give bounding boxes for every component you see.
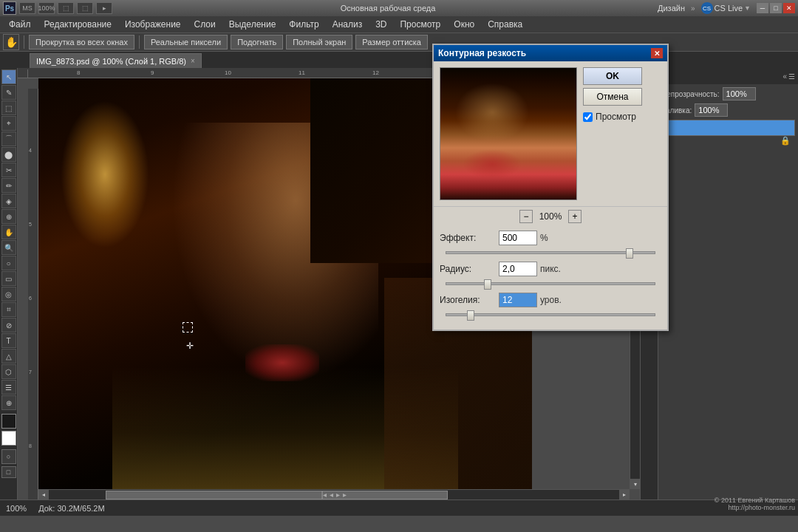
tool-crop[interactable]: ✂ (1, 163, 16, 177)
tool-gradient[interactable]: ▭ (1, 271, 16, 286)
effect-slider[interactable] (446, 251, 655, 254)
menu-view[interactable]: Просмотр (394, 18, 446, 31)
scroll-left-btn[interactable]: ◂ (38, 490, 49, 500)
preview-face-highlight (455, 83, 529, 142)
tool-stamp[interactable]: ✋ (1, 225, 16, 239)
tool-marquee[interactable]: ⬚ (1, 100, 16, 115)
tool-icon-2[interactable]: 100% (38, 2, 55, 14)
menu-window[interactable]: Окно (448, 18, 480, 31)
design-workspace[interactable]: Дизайн (658, 4, 685, 13)
tool-icon-4[interactable]: ⬚ (77, 2, 93, 14)
cs-live-label[interactable]: CS Live (715, 4, 743, 13)
tool-lasso[interactable]: ⌒ (1, 132, 16, 146)
tool-patch[interactable]: ◈ (1, 194, 16, 208)
panel-collapse-btn[interactable]: « (782, 72, 787, 81)
file-tab[interactable]: IMG_8873.psd @ 100% (Слой 1, RGB/8) × (30, 53, 202, 68)
close-button[interactable]: ✕ (783, 3, 795, 13)
tool-icon-1[interactable]: MS (19, 2, 35, 14)
radius-slider-thumb[interactable] (484, 279, 491, 290)
prev-frame-btn[interactable]: ◂ (330, 491, 333, 499)
tool-magic[interactable]: ⬤ (1, 147, 16, 162)
next-frame-btn[interactable]: ▸ (343, 491, 347, 499)
foreground-color[interactable] (1, 414, 16, 429)
menu-edit[interactable]: Редактирование (38, 18, 117, 31)
menu-3d[interactable]: 3D (369, 18, 392, 31)
scroll-down-btn[interactable]: ▾ (630, 479, 640, 489)
menu-filter[interactable]: Фильтр (283, 18, 324, 31)
dialog-close-btn[interactable]: ✕ (651, 48, 663, 58)
background-color[interactable] (1, 431, 16, 446)
threshold-label: Изогелия: (440, 295, 499, 305)
threshold-slider[interactable] (446, 313, 655, 316)
tool-text[interactable]: T (1, 333, 16, 348)
radius-label: Радиус: (440, 264, 499, 274)
radius-input[interactable] (499, 262, 537, 276)
tool-draw[interactable]: ✎ (1, 85, 16, 100)
tab-bar: IMG_8873.psd @ 100% (Слой 1, RGB/8) × (0, 52, 798, 68)
fit-btn[interactable]: Подогнать (231, 35, 283, 50)
threshold-slider-thumb[interactable] (467, 310, 474, 321)
menu-file[interactable]: Файл (3, 18, 37, 31)
effect-slider-thumb[interactable] (626, 248, 633, 259)
print-size-btn[interactable]: Размер оттиска (355, 35, 428, 50)
fullscreen-btn[interactable]: Полный экран (286, 35, 352, 50)
menu-analysis[interactable]: Анализ (327, 18, 369, 31)
threshold-input[interactable] (499, 293, 537, 307)
dialog-title-bar[interactable]: Контурная резкость ✕ (434, 45, 667, 61)
screen-mode[interactable]: □ (1, 466, 16, 478)
menu-help[interactable]: Справка (482, 18, 528, 31)
tool-move[interactable]: ⌖ (1, 116, 16, 131)
scroll-right-btn[interactable]: ▸ (619, 490, 630, 500)
dialog-preview-area[interactable] (440, 67, 577, 200)
expand-icon[interactable]: » (691, 4, 695, 13)
cancel-button[interactable]: Отмена (583, 88, 642, 106)
maximize-button[interactable]: □ (770, 3, 782, 13)
ok-button[interactable]: OK (583, 67, 642, 85)
tool-eyedrop[interactable]: ✏ (1, 178, 16, 193)
tool-shape[interactable]: ⬡ (1, 364, 16, 379)
tool-arrow[interactable]: ↖ (1, 69, 16, 84)
layer-lock-row: 🔒 (661, 136, 795, 151)
preview-checkbox[interactable] (583, 112, 593, 122)
play-btn[interactable]: ▸ (336, 491, 340, 499)
preview-image (440, 68, 577, 200)
tool-zoom2[interactable]: ⊕ (1, 395, 16, 410)
tool-hand[interactable]: ☰ (1, 380, 16, 395)
tool-eraser[interactable]: ○ (1, 256, 16, 270)
quick-mask[interactable]: ○ (1, 449, 16, 464)
menu-layers[interactable]: Слои (188, 18, 222, 31)
cs-live-icon: CS (701, 2, 713, 14)
tool-zoom[interactable]: 🔍 (1, 240, 16, 255)
h-scrollbar[interactable]: ◂ ▸ |◂ ◂ ▸ ▸ (38, 489, 630, 499)
tool-blur[interactable]: ◎ (1, 287, 16, 301)
tool-path[interactable]: △ (1, 349, 16, 364)
radius-slider[interactable] (446, 282, 655, 285)
zoom-plus-btn[interactable]: + (568, 210, 582, 223)
menu-select[interactable]: Выделение (223, 18, 282, 31)
lock-icon: 🔒 (780, 136, 791, 146)
dialog-zoom-row: − 100% + (434, 206, 667, 226)
zoom-minus-btn[interactable]: − (519, 210, 533, 223)
scroll-all-windows-btn[interactable]: Прокрутка во всех окнах (29, 35, 134, 50)
fill-input[interactable] (695, 103, 728, 117)
play-begin-btn[interactable]: |◂ (321, 491, 327, 499)
tool-brush[interactable]: ⊕ (1, 209, 16, 224)
minimize-button[interactable]: ─ (757, 3, 768, 13)
actual-pixels-btn[interactable]: Реальные пиксели (144, 35, 228, 50)
tool-pen[interactable]: ⊘ (1, 318, 16, 332)
tool-icon-3[interactable]: ⬚ (58, 2, 74, 14)
tool-icon-5[interactable]: ▸ (96, 2, 112, 14)
hand-tool[interactable]: ✋ (3, 34, 19, 50)
scroll-h-thumb[interactable] (106, 491, 448, 499)
tool-dodge[interactable]: ⌗ (1, 302, 16, 317)
menu-image[interactable]: Изображение (119, 18, 187, 31)
vruler-8: 8 (29, 443, 32, 449)
cs-live-arrow[interactable]: ▼ (744, 4, 751, 12)
opacity-input[interactable] (723, 87, 756, 100)
ruler-mark-9: 9 (151, 69, 154, 76)
layer-bar[interactable] (661, 120, 795, 136)
panel-menu-btn[interactable]: ☰ (788, 72, 795, 81)
effect-input[interactable] (499, 231, 537, 245)
tab-close-btn[interactable]: × (191, 57, 195, 65)
title-bar: Ps MS 100% ⬚ ⬚ ▸ Основная рабочая среда … (0, 0, 798, 16)
